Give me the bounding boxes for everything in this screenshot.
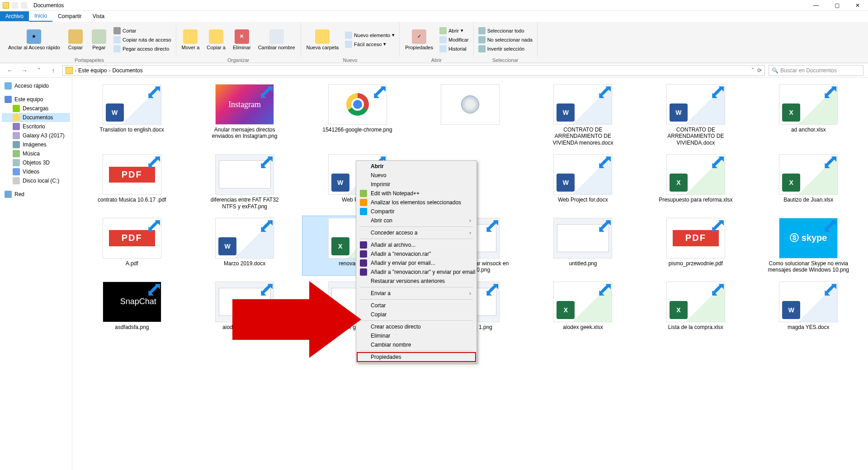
music-icon bbox=[13, 150, 20, 157]
cm-open[interactable]: Abrir bbox=[357, 162, 476, 171]
breadcrumb-current[interactable]: Documentos bbox=[112, 67, 142, 74]
cm-separator bbox=[360, 299, 473, 300]
back-button[interactable]: ← bbox=[5, 65, 15, 76]
move-to-button[interactable]: Mover a bbox=[179, 28, 203, 51]
file-grid[interactable]: WTranslation to english.docxInstagramAnu… bbox=[72, 78, 868, 470]
sidebar-item-musica[interactable]: Música bbox=[2, 149, 70, 158]
cm-add-rar[interactable]: Añadir a "renovacion.rar" bbox=[357, 249, 476, 258]
file-item[interactable]: PDFpismo_przewodnie.pdf bbox=[641, 216, 750, 275]
qat-icon[interactable] bbox=[12, 2, 18, 9]
cm-notepad[interactable]: Edit with Notepad++ bbox=[357, 189, 476, 198]
delete-button[interactable]: ✕Eliminar bbox=[230, 28, 254, 51]
cm-shortcut[interactable]: Crear acceso directo bbox=[357, 322, 476, 331]
forward-button[interactable]: → bbox=[19, 65, 30, 76]
paste-button[interactable]: Pegar bbox=[88, 28, 110, 51]
tab-vista[interactable]: Vista bbox=[87, 11, 110, 21]
documents-icon bbox=[13, 114, 20, 121]
sidebar-item-objetos[interactable]: Objetos 3D bbox=[2, 158, 70, 167]
sidebar-item-disco[interactable]: Disco local (C:) bbox=[2, 176, 70, 185]
copy-path-button[interactable]: Copiar ruta de acceso bbox=[112, 36, 173, 44]
file-item[interactable]: InstagramAnular mensajes directos enviad… bbox=[189, 82, 299, 148]
invert-selection-button[interactable]: Invertir selección bbox=[476, 45, 534, 53]
qat-dropdown-icon[interactable] bbox=[21, 2, 27, 9]
cut-button[interactable]: Cortar bbox=[112, 27, 173, 35]
properties-icon: ✓ bbox=[412, 29, 426, 44]
close-button[interactable]: ✕ bbox=[847, 0, 868, 11]
up-button[interactable]: ↑ bbox=[48, 65, 59, 76]
file-item[interactable]: WWeb Project for.docx bbox=[528, 152, 638, 212]
new-folder-button[interactable]: Nueva carpeta bbox=[304, 28, 342, 51]
file-item[interactable]: PDFA.pdf bbox=[77, 216, 187, 275]
properties-button[interactable]: ✓Propiedades bbox=[402, 28, 436, 51]
address-dropdown-icon[interactable]: ˅ bbox=[751, 67, 754, 74]
maximize-button[interactable]: ▢ bbox=[826, 0, 847, 11]
cm-send-to[interactable]: Enviar a› bbox=[357, 289, 476, 298]
recent-dropdown[interactable]: ˅ bbox=[33, 65, 44, 76]
sidebar-item-documentos[interactable]: Documentos bbox=[2, 113, 70, 122]
copy-to-icon bbox=[209, 29, 223, 44]
file-item[interactable]: Xaiodex geek.xlsx bbox=[528, 280, 638, 332]
minimize-button[interactable]: — bbox=[806, 0, 826, 11]
sidebar-this-pc[interactable]: Este equipo bbox=[2, 95, 70, 104]
cm-add-email[interactable]: Añadir y enviar por email... bbox=[357, 258, 476, 268]
easy-access-button[interactable]: Fácil acceso ▾ bbox=[343, 40, 396, 48]
select-all-button[interactable]: Seleccionar todo bbox=[476, 27, 534, 35]
file-item[interactable] bbox=[415, 82, 525, 148]
paste-shortcut-button[interactable]: Pegar acceso directo bbox=[112, 45, 173, 53]
tab-inicio[interactable]: Inicio bbox=[29, 11, 52, 22]
cm-analyze[interactable]: Analizar los elementos seleccionados bbox=[357, 198, 476, 207]
cm-grant-access[interactable]: Conceder acceso a› bbox=[357, 228, 476, 237]
file-item[interactable]: XBautizo de Juan.xlsx bbox=[754, 152, 863, 212]
sidebar-item-videos[interactable]: Vídeos bbox=[2, 167, 70, 176]
copy-button[interactable]: Copiar bbox=[65, 28, 86, 51]
address-bar[interactable]: › Este equipo › Documentos ˅ ⟳ bbox=[62, 65, 765, 76]
sidebar-network[interactable]: Red bbox=[2, 190, 70, 199]
copy-to-button[interactable]: Copiar a bbox=[204, 28, 228, 51]
file-item[interactable]: WTranslation to english.docx bbox=[77, 82, 187, 148]
cm-copy[interactable]: Copiar bbox=[357, 310, 476, 319]
context-menu: Abrir Nuevo Imprimir Edit with Notepad++… bbox=[356, 160, 477, 363]
cm-print[interactable]: Imprimir bbox=[357, 180, 476, 189]
refresh-button[interactable]: ⟳ bbox=[757, 67, 762, 74]
tab-compartir[interactable]: Compartir bbox=[52, 11, 87, 21]
cm-properties[interactable]: Propiedades bbox=[357, 352, 476, 362]
edit-button[interactable]: Modificar bbox=[438, 36, 471, 44]
file-item[interactable]: ⓢ skypeComo solucionar Skype no envia me… bbox=[754, 216, 863, 275]
file-item[interactable]: Wmagda YES.docx bbox=[754, 280, 863, 332]
sidebar-item-imagenes[interactable]: Imágenes bbox=[2, 140, 70, 149]
history-button[interactable]: Historial bbox=[438, 45, 471, 53]
tab-archivo[interactable]: Archivo bbox=[0, 11, 29, 21]
cm-delete[interactable]: Eliminar bbox=[357, 331, 476, 340]
open-button[interactable]: Abrir ▾ bbox=[438, 27, 471, 35]
file-item[interactable]: PDFcontrato Musica 10.6.17 .pdf bbox=[77, 152, 187, 212]
file-item[interactable]: XLista de la compra.xlsx bbox=[641, 280, 750, 332]
cm-add-archive[interactable]: Añadir al archivo... bbox=[357, 240, 476, 249]
file-item[interactable]: untitled.png bbox=[528, 216, 638, 275]
cm-new[interactable]: Nuevo bbox=[357, 171, 476, 180]
pin-button[interactable]: ★Anclar al Acceso rápido bbox=[5, 28, 63, 51]
rename-button[interactable]: Cambiar nombre bbox=[255, 28, 298, 51]
sidebar-quick-access[interactable]: Acceso rápido bbox=[2, 81, 70, 90]
file-item[interactable]: diferencias entre FAT FAT32 NTFS y exFAT… bbox=[189, 152, 299, 212]
search-input[interactable]: 🔍 Buscar en Documentos bbox=[769, 65, 863, 76]
breadcrumb-root[interactable]: Este equipo bbox=[78, 67, 107, 74]
file-item[interactable]: WMarzo 2019.docx bbox=[189, 216, 299, 275]
new-item-button[interactable]: Nuevo elemento ▾ bbox=[343, 31, 396, 39]
cm-restore[interactable]: Restaurar versiones anteriores bbox=[357, 277, 476, 286]
file-item[interactable]: WCONTRATO DE ARRENDAMIENTO DE VIVIENDA m… bbox=[528, 82, 638, 148]
sidebar-item-escritorio[interactable]: Escritorio bbox=[2, 122, 70, 131]
cm-add-rar-email[interactable]: Añadir a "renovacion.rar" y enviar por e… bbox=[357, 268, 476, 277]
cm-open-with[interactable]: Abrir con› bbox=[357, 216, 476, 225]
file-item[interactable]: SnapChatasdfadsfa.png bbox=[77, 280, 187, 332]
file-item[interactable]: aiodex geek 3.png bbox=[189, 280, 299, 332]
cm-rename[interactable]: Cambiar nombre bbox=[357, 340, 476, 349]
sidebar-item-descargas[interactable]: Descargas bbox=[2, 104, 70, 113]
cm-cut[interactable]: Cortar bbox=[357, 301, 476, 310]
select-none-button[interactable]: No seleccionar nada bbox=[476, 36, 534, 44]
file-item[interactable]: XPresupuesto para reforma.xlsx bbox=[641, 152, 750, 212]
file-item[interactable]: Xad anchor.xlsx bbox=[754, 82, 863, 148]
file-item[interactable]: 1541266-google-chrome.png bbox=[302, 82, 412, 148]
cm-share[interactable]: Compartir bbox=[357, 207, 476, 216]
sidebar-item-galaxy[interactable]: Galaxy A3 (2017) bbox=[2, 131, 70, 140]
file-item[interactable]: WCONTRATO DE ARRENDAMIENTO DE VIVIENDA.d… bbox=[641, 82, 750, 148]
